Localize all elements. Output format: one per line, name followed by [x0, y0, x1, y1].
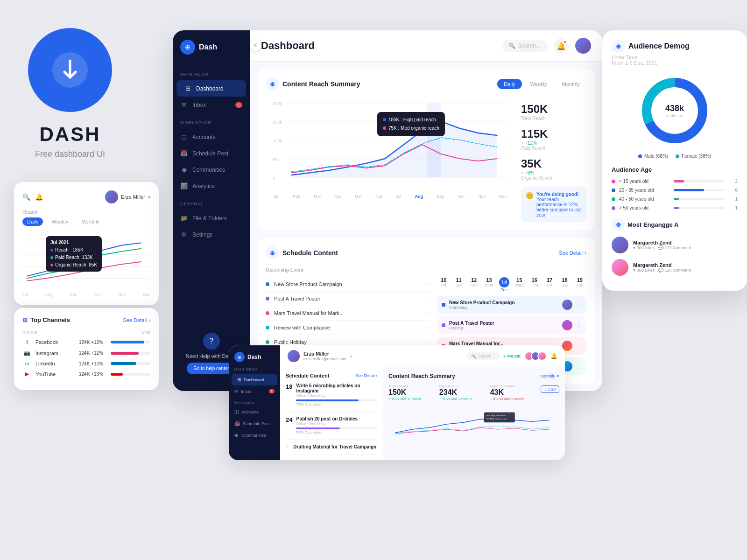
main-menu-label: MAIN MENU [173, 72, 250, 77]
cal-day: 11 Sat [452, 277, 465, 292]
event-name: New Store Product Campaign [274, 281, 420, 287]
event-more-btn[interactable]: ··· [425, 310, 430, 316]
svg-text:0: 0 [273, 176, 275, 181]
donut-chart: 438k audience [612, 73, 738, 148]
user-avatar[interactable] [575, 38, 591, 54]
male-label: Male (68%) [644, 154, 668, 159]
see-detail-btn[interactable]: See Detail [559, 250, 583, 256]
search-box[interactable]: 🔍 Search... [502, 40, 547, 52]
bell-icon[interactable]: 🔔 [550, 353, 557, 359]
cal-day: 13 Mon [482, 277, 495, 292]
sidebar: ⊕ Dash MAIN MENU ⊞ Dashboard ✉ Inbox 1 W… [173, 30, 250, 391]
sidebar-item-label: Schedule Post [192, 150, 228, 157]
sidebar-item-label: File & Folders [192, 215, 227, 222]
stat-value: 150K [388, 388, 434, 397]
tab-weekly[interactable]: Weekly [47, 217, 73, 226]
legend-female: Female (38%) [676, 154, 711, 159]
linkedin-icon: in [22, 361, 32, 366]
small-months: JulAugSezOctNovDec [22, 292, 150, 297]
dropdown-icon[interactable]: ▾ [350, 354, 352, 359]
search-icon[interactable]: 🔍 [22, 193, 30, 201]
tab-monthly[interactable]: Monthly [555, 79, 586, 89]
smile-icon: 😊 [526, 192, 534, 217]
channels-see-detail[interactable]: See Detail [123, 317, 147, 323]
bottom-dashboard: ⊕ Dash MAIN MENU ⊞ Dashboard ✉ Inbox 1 W… [229, 345, 565, 460]
sidebar-label: Inbox [241, 389, 251, 394]
cal-event-title: New Store Product Campaign [449, 300, 515, 305]
dashboard-icon: ⊞ [184, 85, 191, 92]
age-dot [612, 189, 615, 192]
inbox-icon: ✉ [234, 389, 238, 394]
cal-event-info: New Store Product Campaign Marketing [449, 300, 515, 310]
sidebar-collapse-btn[interactable] [250, 40, 261, 51]
sidebar-item-schedule[interactable]: 📅 Schedule Post [173, 145, 250, 161]
bottom-logo-text: Dash [247, 354, 261, 360]
channel-visits: 124K +13% [79, 371, 107, 377]
bottom-see-detail[interactable]: See Detail › [355, 373, 377, 378]
cal-day: 17 Fri [543, 277, 556, 292]
channels-arrow-icon[interactable]: › [148, 317, 150, 323]
sidebar-item-accounts[interactable]: ◫ Accounts [173, 129, 250, 145]
sidebar-item-settings[interactable]: ⚙ Settings [173, 226, 250, 243]
cal-event-more[interactable]: ⋮ [576, 322, 582, 329]
channel-bar-wrap [111, 352, 150, 355]
bottom-user-email: erza.miller@email.com [303, 357, 346, 361]
age-value: 1 [728, 205, 738, 210]
cal-event-sub: Posting [449, 326, 494, 330]
age-row: > 50 years old 1 [612, 205, 738, 210]
tab-monthly[interactable]: Monthly [77, 217, 104, 226]
stat-change: ↓ 8% vs last 1 month [490, 397, 536, 401]
stat-label: Paid Reach [439, 384, 485, 388]
cal-event-more[interactable]: ⋮ [576, 343, 582, 349]
channel-bar [111, 341, 144, 343]
stat-change: ↑ % vs last 1 month [439, 397, 485, 401]
heart-icon: ♥ [633, 268, 635, 273]
cal-day: 16 Thu [528, 277, 541, 292]
sidebar-item-communities[interactable]: ◉ Communities [173, 161, 250, 178]
bottom-sidebar-item-inbox[interactable]: ✉ Inbox 1 [229, 385, 280, 397]
event-more-btn[interactable]: ··· [425, 281, 430, 287]
event-more-btn[interactable]: ··· [425, 324, 430, 331]
dropdown-icon[interactable]: ▾ [557, 374, 559, 378]
order-time-sub: From 1-6 Dec, 2021 [612, 60, 657, 66]
avatar-circle [105, 190, 118, 203]
event-more-btn[interactable]: ··· [425, 339, 430, 345]
engaged-user: Margareth Zend ♥ 300 Likes 💬 120 Comment [612, 237, 738, 253]
list-item: 24 Publish 20 post on Dribbles Office · … [286, 416, 377, 440]
bottom-sidebar-item-schedule[interactable]: 📅 Schedule Post [229, 418, 280, 429]
bottom-search[interactable]: 🔍 Search... [466, 352, 500, 360]
svg-text:200k: 200k [273, 101, 282, 106]
event-name: Post A Travel Poster [274, 296, 420, 301]
tab-weekly[interactable]: Weekly [524, 79, 554, 89]
csv-btn[interactable]: ↓ CSV [541, 384, 559, 401]
engaged-info: Margareth Zend ♥ 300 Likes 💬 120 Comment [633, 240, 691, 250]
sidebar-item-label: Communities [192, 167, 225, 173]
bottom-sidebar-item-dashboard[interactable]: ⊞ Dashboard [232, 374, 277, 385]
sidebar-item-inbox[interactable]: ✉ Inbox 1 [173, 97, 250, 113]
cal-event-info: Post A Travel Poster Posting [449, 321, 494, 330]
tab-daily[interactable]: Daily [497, 79, 521, 89]
bottom-schedule-title: Schedule Content [286, 373, 330, 378]
cal-event-more[interactable]: ⋮ [576, 363, 582, 370]
channel-name: Instagram [35, 350, 75, 356]
sidebar-item-analytics[interactable]: 📊 Analytics [173, 178, 250, 194]
channel-bar [111, 352, 139, 355]
bottom-sidebar-item-communities[interactable]: ◉ Communities [229, 429, 280, 441]
dropdown-icon[interactable]: ▾ [148, 195, 150, 200]
schedule-progress-bar [296, 399, 377, 401]
cal-event-more[interactable]: ⋮ [576, 301, 582, 308]
bottom-sidebar-item-accounts[interactable]: ◫ Accounts [229, 406, 280, 418]
bell-icon[interactable]: 🔔 [35, 193, 43, 201]
channel-visits: 124K +12% [79, 361, 107, 366]
event-more-btn[interactable]: ··· [425, 295, 430, 302]
section-title: ⊕ Content Reach Summary [266, 77, 360, 91]
schedule-icon: 📅 [180, 150, 188, 157]
age-value: 1 [728, 196, 738, 202]
sidebar-item-files[interactable]: 📁 File & Folders [173, 210, 250, 226]
promo-subtitle: Free dashboard UI [35, 149, 105, 159]
tab-daily[interactable]: Daily [22, 217, 43, 226]
notification-bell[interactable]: 🔔 [554, 38, 569, 53]
paid-reach-label: Paid Reach [521, 146, 586, 151]
channels-header: ⊞ Top Channels See Detail › [22, 316, 150, 323]
sidebar-item-dashboard[interactable]: ⊞ Dashboard [176, 80, 246, 97]
